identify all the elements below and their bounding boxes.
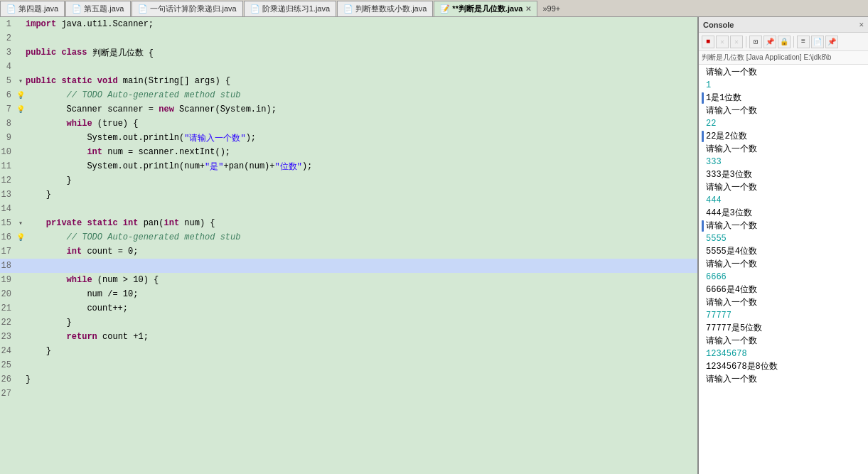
code-content[interactable]: private static int pan(int num) { [26,216,215,230]
token-normal: Scanner scanner = [26,104,159,114]
token-normal: System. [26,161,123,171]
token-normal: ); [246,133,256,143]
tab-overflow[interactable]: »99+ [538,1,564,16]
console-title-bar: Console ✕ [699,17,868,33]
tab-tab3[interactable]: 📄一句话计算阶乘递归.java [132,1,243,16]
line-number: 27 [0,387,16,401]
console-line-text: 1是1位数 [706,92,741,104]
code-content[interactable]: } [26,188,51,202]
pin-button[interactable]: 📌 [763,36,776,48]
list-item: 请输入一个数 [702,66,865,79]
code-content[interactable]: count++; [26,301,128,316]
token-normal: count++; [26,303,128,313]
code-content[interactable]: } [26,344,51,358]
token-normal: } [26,318,72,328]
code-content[interactable]: // TODO Auto-generated method stub [26,230,240,244]
list-item: 444 [702,194,865,207]
code-content[interactable]: public class 判断是几位数 { [26,45,154,60]
console-line-text: 5555 [706,232,727,245]
console-line-text: 6666是4位数 [706,284,757,296]
console-marker-bar [702,220,704,232]
code-content[interactable]: while (true) { [26,117,138,131]
table-row: 14 [0,202,697,216]
code-content[interactable]: num /= 10; [26,287,138,301]
code-content[interactable]: int num = scanner.nextInt(); [26,145,230,159]
clear-button[interactable]: ⊡ [749,36,762,48]
code-content[interactable]: int count = 0; [26,244,138,259]
token-normal: +pan(num)+ [223,161,274,171]
code-content[interactable]: import java.util.Scanner; [26,17,154,31]
line-number: 21 [0,301,16,316]
token-normal: in [256,104,266,114]
list-item: 5555是4位数 [702,245,865,258]
tab-label: 一句话计算阶乘递归.java [150,4,237,14]
console-output[interactable]: 请输入一个数11是1位数请输入一个数2222是2位数请输入一个数333333是3… [699,65,868,474]
table-row: 22 } [0,316,697,330]
scroll-lock-button[interactable]: 🔒 [778,36,791,48]
token-comment: // TODO Auto-generated method stub [26,232,240,242]
tab-tab6[interactable]: 📝**判断是几位数.java✕ [434,1,537,16]
remove-button[interactable]: ✕ [730,36,743,48]
console-line-text: 请输入一个数 [706,66,757,79]
code-content[interactable]: System.out.println(num+"是"+pan(num)+"位数"… [26,159,312,173]
pin2-button[interactable]: 📌 [825,36,838,48]
token-normal: out [123,133,139,143]
table-row: 1import java.util.Scanner; [0,17,697,31]
console-line-text: 12345678 [706,348,747,360]
editor-container: 1import java.util.Scanner;23public class… [0,17,697,474]
tab-tab2[interactable]: 📄第五题.java [65,1,130,16]
list-item: 请输入一个数 [702,258,865,271]
code-content[interactable]: System.out.println("请输入一个数"); [26,131,256,145]
editor-rows: 1import java.util.Scanner;23public class… [0,17,697,401]
code-content[interactable]: } [26,173,72,188]
gutter-icon [16,372,26,387]
token-normal: java.util.Scanner; [56,19,154,29]
table-row: 17 int count = 0; [0,244,697,259]
code-content[interactable] [26,259,28,273]
tab-tab4[interactable]: 📄阶乘递归练习1.java [244,1,336,16]
terminate-button[interactable]: ✕ [716,36,729,48]
code-content[interactable]: } [26,372,31,387]
token-normal [26,247,67,257]
line-number: 17 [0,244,16,259]
stop-button[interactable]: ■ [702,36,714,48]
open-file-button[interactable]: 📄 [811,36,824,48]
table-row: 18 [0,259,697,273]
list-item: 12345678 [702,348,865,360]
console-line-text: 77777 [706,309,732,322]
gutter-icon [16,344,26,358]
gutter-icon [16,45,26,60]
line-number: 5 [0,74,16,88]
token-normal [26,332,67,342]
tab-tab1[interactable]: 📄第四题.java [0,1,65,16]
table-row: 12 } [0,173,697,188]
line-number: 25 [0,358,16,372]
console-marker-bar [702,92,704,104]
console-panel: Console ✕ ■ ✕ ✕ ⊡ 📌 🔒 ≡ 📄 📌 判断是几位数 [Java [697,17,868,474]
gutter-icon: 💡 [16,230,26,244]
token-comment: // TODO Auto-generated method stub [26,90,240,100]
code-content[interactable]: Scanner scanner = new Scanner(System.in)… [26,102,277,117]
list-item: 77777是5位数 [702,322,865,335]
gutter-icon [16,301,26,316]
editor-scroll[interactable]: 1import java.util.Scanner;23public class… [0,17,697,474]
token-normal: 判断是几位数 { [87,47,154,59]
token-normal: (true) { [92,119,139,129]
code-content[interactable]: return count +1; [26,330,149,344]
code-content[interactable]: // TODO Auto-generated method stub [26,88,240,102]
tab-close-button[interactable]: ✕ [525,5,531,13]
table-row: 9 System.out.println("请输入一个数"); [0,131,697,145]
main-area: 1import java.util.Scanner;23public class… [0,17,868,474]
code-content[interactable]: while (num > 10) { [26,273,159,287]
word-wrap-button[interactable]: ≡ [797,36,810,48]
line-number: 4 [0,60,16,74]
table-row: 8 while (true) { [0,117,697,131]
table-row: 4 [0,60,697,74]
token-normal: } [26,176,72,185]
tab-tab5[interactable]: 📄判断整数或小数.java [337,1,433,16]
code-content[interactable]: public static void main(String[] args) { [26,74,230,88]
code-content[interactable]: } [26,316,72,330]
line-number: 15 [0,216,16,230]
gutter-icon [16,17,26,31]
console-close-icon[interactable]: ✕ [859,20,864,29]
